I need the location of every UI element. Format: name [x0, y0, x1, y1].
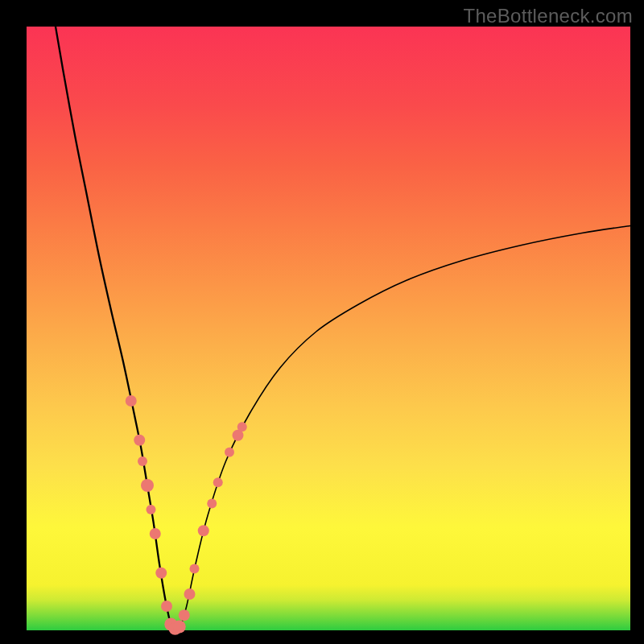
data-marker: [198, 525, 209, 536]
chart-frame: TheBottleneck.com: [0, 0, 644, 644]
data-marker: [184, 588, 196, 600]
data-marker: [213, 477, 223, 487]
data-marker: [207, 499, 217, 509]
data-marker: [179, 609, 190, 621]
data-marker: [190, 564, 200, 574]
data-marker: [150, 528, 161, 539]
data-marker: [173, 621, 186, 634]
watermark-text: TheBottleneck.com: [463, 5, 633, 27]
data-marker: [225, 448, 234, 457]
data-marker: [155, 568, 167, 579]
data-marker: [161, 601, 172, 612]
data-marker: [147, 505, 156, 514]
data-marker: [126, 395, 137, 407]
data-marker: [237, 422, 247, 431]
marker-group: [126, 395, 247, 635]
data-marker: [134, 435, 145, 446]
plot-area: [27, 27, 630, 630]
data-marker: [138, 456, 147, 466]
curve-layer: [27, 27, 630, 630]
data-marker: [141, 479, 154, 492]
